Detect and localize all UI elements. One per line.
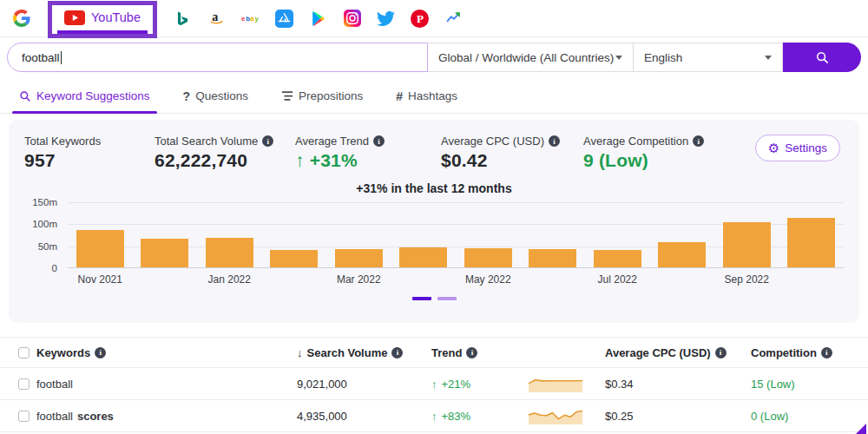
info-icon: i: [821, 347, 832, 358]
bar-dec-2021[interactable]: [141, 239, 188, 267]
y-tick-label: 0: [52, 263, 57, 273]
column-header-trend[interactable]: Trendi: [431, 346, 529, 359]
cell-sparkline: [529, 375, 605, 392]
bar-sep-2022[interactable]: [723, 222, 771, 267]
trend-bar-chart: 150m100m50m0 Nov 2021Jan 2022Mar 2022May…: [21, 202, 847, 289]
bing-icon[interactable]: [174, 9, 193, 28]
stat-label: Average Competitioni: [583, 135, 731, 148]
bar-jul-2022[interactable]: [594, 250, 641, 267]
stats-row: Total Keywords957Total Search Volumei62,…: [9, 120, 859, 171]
chart-page-dot-2[interactable]: [437, 297, 457, 300]
bar-oct-2022[interactable]: [787, 218, 835, 267]
hash-icon: #: [396, 89, 403, 103]
settings-button[interactable]: ⚙Settings: [755, 135, 840, 161]
x-tick-label: Nov 2021: [68, 273, 133, 286]
bar-aug-2022[interactable]: [658, 242, 706, 267]
svg-text:a: a: [212, 10, 218, 23]
stat-value: 957: [24, 150, 155, 171]
cell-cpc: $0.34: [605, 378, 751, 391]
x-tick-label: [133, 273, 198, 286]
tab-keyword-suggestions[interactable]: Keyword Suggestions: [17, 79, 152, 113]
instagram-icon[interactable]: [343, 9, 362, 28]
search-row: football Global / Worldwide (All Countri…: [7, 43, 861, 72]
chart-page-dot-1[interactable]: [412, 297, 431, 300]
stat-label-text: Average Competition: [583, 135, 688, 148]
info-icon: i: [549, 135, 560, 147]
select-all-checkbox[interactable]: [18, 347, 30, 358]
ebay-icon[interactable]: e b a y: [241, 9, 260, 28]
bar-mar-2022[interactable]: [335, 249, 383, 267]
column-header-label: Search Volume: [307, 346, 388, 359]
country-select-value: Global / Worldwide (All Countries): [438, 51, 614, 64]
info-icon: i: [373, 135, 385, 147]
app-store-icon[interactable]: [275, 9, 294, 28]
tab-label: Hashtags: [408, 89, 457, 102]
row-checkbox[interactable]: [18, 411, 30, 422]
chart-bars: [68, 202, 844, 267]
table-row: football scores4,935,000↑+83%$0.250 (Low…: [0, 400, 868, 432]
keyword-text-bold: scores: [77, 410, 114, 423]
svg-text:e: e: [241, 15, 246, 23]
platform-bar: YouTube a e b a y: [0, 0, 868, 37]
info-icon: i: [262, 135, 273, 147]
bar-slot: [456, 202, 521, 267]
sort-descending-icon: ↓: [297, 346, 303, 359]
stat-label-text: Average Trend: [295, 135, 369, 148]
bar-slot: [650, 202, 715, 267]
tab-hashtags[interactable]: #Hashtags: [394, 79, 459, 113]
chart-title: +31% in the last 12 months: [9, 181, 859, 195]
info-icon: i: [391, 347, 403, 358]
youtube-active-underline: [57, 30, 148, 34]
column-header-cpc[interactable]: Average CPC (USD)i: [605, 346, 751, 359]
google-trends-icon[interactable]: [444, 9, 464, 28]
cell-competition: 15 (Low): [751, 378, 859, 391]
tab-prepositions[interactable]: Prepositions: [279, 79, 365, 113]
google-play-icon[interactable]: [309, 9, 328, 28]
x-tick-label: Jan 2022: [197, 273, 262, 286]
search-icon: [815, 50, 830, 65]
x-tick-label: Mar 2022: [326, 273, 391, 286]
column-header-keywords[interactable]: Keywordsi: [36, 346, 297, 359]
table-row: football9,021,000↑+21%$0.3415 (Low): [0, 368, 868, 400]
country-select[interactable]: Global / Worldwide (All Countries): [428, 43, 634, 72]
pinterest-icon[interactable]: P: [411, 9, 430, 28]
stat-label-text: Total Keywords: [24, 135, 101, 148]
bar-feb-2022[interactable]: [270, 250, 318, 267]
amazon-icon[interactable]: a: [207, 9, 227, 28]
column-header-competition[interactable]: Competitioni: [751, 346, 859, 359]
cell-competition: 0 (Low): [751, 410, 859, 423]
bar-slot: [326, 202, 391, 267]
column-header-label: Average CPC (USD): [605, 346, 711, 359]
stat-total-keywords: Total Keywords957: [24, 135, 155, 171]
twitter-icon[interactable]: [377, 9, 396, 28]
row-checkbox[interactable]: [18, 378, 30, 390]
platform-tab-youtube[interactable]: YouTube: [52, 7, 153, 30]
y-tick-label: 50m: [38, 241, 57, 252]
language-select[interactable]: English: [634, 43, 783, 72]
google-icon[interactable]: [12, 9, 31, 28]
bar-slot: [262, 202, 327, 267]
bar-may-2022[interactable]: [464, 248, 512, 267]
text-cursor: [61, 51, 62, 64]
trend-up-icon: ↑: [431, 410, 437, 423]
keywords-table: Keywordsi↓Search VolumeiTrendiAverage CP…: [0, 337, 868, 432]
y-tick-label: 150m: [32, 197, 57, 207]
bar-jun-2022[interactable]: [529, 249, 576, 267]
gear-icon: ⚙: [768, 141, 779, 155]
column-header-search-volume[interactable]: ↓Search Volumei: [297, 346, 431, 359]
bar-nov-2021[interactable]: [76, 230, 124, 267]
bar-jan-2022[interactable]: [206, 238, 253, 267]
cell-keyword[interactable]: football: [36, 378, 297, 391]
info-icon: i: [715, 347, 727, 358]
tab-questions[interactable]: ?Questions: [181, 79, 250, 113]
bar-slot: [521, 202, 586, 267]
cell-keyword[interactable]: football scores: [36, 410, 297, 423]
search-input[interactable]: football: [7, 43, 428, 72]
x-tick-label: Sep 2022: [714, 273, 779, 286]
stat-average-trend: Average Trendi↑ +31%: [295, 135, 441, 171]
bar-apr-2022[interactable]: [399, 247, 447, 267]
info-icon: i: [95, 347, 106, 358]
search-button[interactable]: [783, 43, 861, 72]
x-tick-label: [650, 273, 715, 286]
svg-text:y: y: [255, 15, 260, 23]
